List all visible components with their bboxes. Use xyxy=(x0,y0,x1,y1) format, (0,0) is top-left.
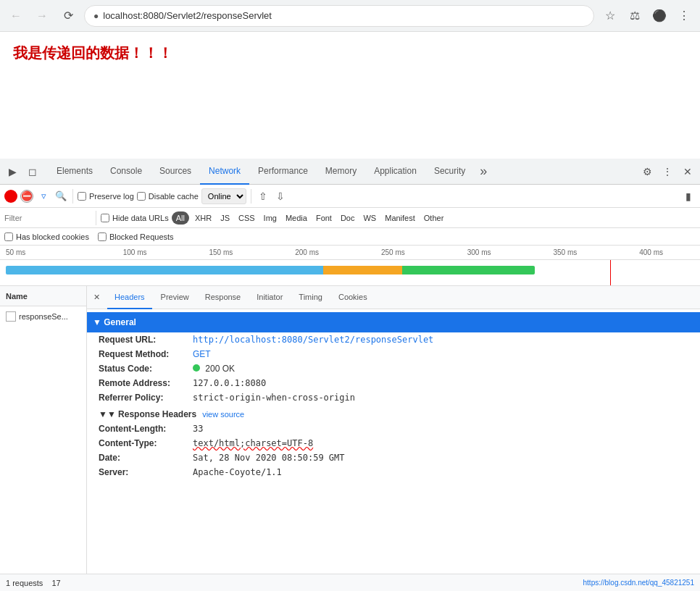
close-detail-button[interactable]: ✕ xyxy=(90,291,103,304)
filter-css[interactable]: CSS xyxy=(236,211,258,225)
status-code-label: Status Code: xyxy=(99,364,193,374)
waterfall-area xyxy=(0,260,700,286)
preserve-log-label[interactable]: Preserve log xyxy=(78,192,134,201)
request-url-value: http://localhost:8080/Servlet2/responseS… xyxy=(193,335,433,345)
export-button[interactable]: ⇩ xyxy=(273,189,288,204)
settings-button[interactable]: ⚙ xyxy=(638,162,657,181)
blocked-requests-checkbox[interactable] xyxy=(98,232,107,241)
tab-preview[interactable]: Preview xyxy=(154,286,196,309)
filter-bar: Hide data URLs All XHR JS CSS Img Media … xyxy=(0,208,700,228)
status-dot xyxy=(193,364,200,372)
tab-console[interactable]: Console xyxy=(101,159,151,185)
throttle-select[interactable]: Online xyxy=(201,188,246,204)
element-picker-button[interactable]: ▶ xyxy=(3,162,22,181)
address-bar[interactable]: ● localhost:8080/Servlet2/responseServle… xyxy=(84,5,594,27)
blocked-requests-label[interactable]: Blocked Requests xyxy=(98,232,174,241)
transfer-size: 17 xyxy=(51,579,60,587)
toolbar-icons: ☆ ⚖ ⚫ ⋮ xyxy=(600,6,694,26)
forward-button[interactable]: → xyxy=(32,6,52,26)
filter-js[interactable]: JS xyxy=(217,211,233,225)
device-toolbar-button[interactable]: ◻ xyxy=(23,162,42,181)
request-url-row: Request URL: http://localhost:8080/Servl… xyxy=(87,332,700,347)
tab-response[interactable]: Response xyxy=(198,286,249,309)
page-content: 我是传递回的数据！！！ xyxy=(0,32,700,159)
file-name: responseSe... xyxy=(19,312,68,321)
reload-button[interactable]: ⟳ xyxy=(58,6,78,26)
filter-all-button[interactable]: All xyxy=(172,211,189,225)
profile-button[interactable]: ⚫ xyxy=(649,6,670,26)
tab-sources[interactable]: Sources xyxy=(151,159,200,185)
file-list-panel: Name responseSe... xyxy=(0,286,87,574)
status-code-row: Status Code: 200 OK xyxy=(87,361,700,376)
disable-cache-label[interactable]: Disable cache xyxy=(137,192,199,201)
date-value: Sat, 28 Nov 2020 08:50:59 GMT xyxy=(193,453,345,463)
tab-initiator[interactable]: Initiator xyxy=(249,286,290,309)
blocked-cookies-checkbox[interactable] xyxy=(4,232,13,241)
details-content: ▼ General Request URL: http://localhost:… xyxy=(87,309,700,574)
file-list-item[interactable]: responseSe... xyxy=(0,306,86,327)
tab-memory[interactable]: Memory xyxy=(317,159,365,185)
hide-data-urls-checkbox[interactable] xyxy=(101,214,109,222)
tab-timing[interactable]: Timing xyxy=(291,286,330,309)
request-url-label: Request URL: xyxy=(99,335,193,345)
tab-security[interactable]: Security xyxy=(425,159,474,185)
referrer-policy-row: Referrer Policy: strict-origin-when-cros… xyxy=(87,390,700,405)
extensions-button[interactable]: ⚖ xyxy=(625,6,645,26)
remote-address-value: 127.0.0.1:8080 xyxy=(193,378,266,388)
blocked-cookies-label[interactable]: Has blocked cookies xyxy=(4,232,89,241)
general-title: General xyxy=(104,317,136,327)
devtools: ▶ ◻ Elements Console Sources Network Per… xyxy=(0,159,700,591)
tab-elements[interactable]: Elements xyxy=(48,159,101,185)
tab-performance[interactable]: Performance xyxy=(249,159,317,185)
devtools-topbar: ▶ ◻ Elements Console Sources Network Per… xyxy=(0,159,700,185)
filter-font[interactable]: Font xyxy=(313,211,335,225)
file-list-header: Name xyxy=(0,286,86,306)
watermark-link: https://blog.csdn.net/qq_45821251 xyxy=(583,579,694,587)
tab-headers[interactable]: Headers xyxy=(107,286,152,309)
devtools-tabs: Elements Console Sources Network Perform… xyxy=(48,159,638,185)
stop-button[interactable]: ⛔ xyxy=(20,190,33,203)
server-row: Server: Apache-Coyote/1.1 xyxy=(87,465,700,479)
search-icon[interactable]: 🔍 xyxy=(54,189,68,204)
lock-icon: ● xyxy=(93,11,99,21)
waterfall-marker xyxy=(610,260,611,286)
server-label: Server: xyxy=(99,467,193,477)
url-text: localhost:8080/Servlet2/responseServlet xyxy=(103,10,272,21)
disable-cache-checkbox[interactable] xyxy=(137,192,146,201)
details-tabs: ✕ Headers Preview Response Initiator Tim… xyxy=(87,286,700,309)
blocked-icon[interactable]: ▮ xyxy=(681,189,696,204)
request-method-label: Request Method: xyxy=(99,349,193,359)
more-options-button[interactable]: ⋮ xyxy=(658,162,677,181)
content-type-row: Content-Type: text/html;charset=UTF-8 xyxy=(87,436,700,450)
referrer-policy-value: strict-origin-when-cross-origin xyxy=(193,393,355,403)
view-source-link[interactable]: view source xyxy=(202,410,244,419)
tab-application[interactable]: Application xyxy=(365,159,425,185)
filter-input[interactable] xyxy=(4,211,91,225)
menu-button[interactable]: ⋮ xyxy=(674,6,694,26)
tab-cookies[interactable]: Cookies xyxy=(331,286,375,309)
checkbox-row: Has blocked cookies Blocked Requests xyxy=(0,228,700,246)
general-section-header[interactable]: ▼ General xyxy=(87,312,700,332)
preserve-log-checkbox[interactable] xyxy=(78,192,86,201)
filter-xhr[interactable]: XHR xyxy=(192,211,214,225)
tab-network[interactable]: Network xyxy=(200,159,249,185)
hide-data-urls-label[interactable]: Hide data URLs xyxy=(101,214,169,222)
devtools-statusbar: 1 requests 17 https://blog.csdn.net/qq_4… xyxy=(0,574,700,591)
filter-other[interactable]: Other xyxy=(421,211,447,225)
file-icon xyxy=(6,311,16,322)
response-headers-section: ▼ ▼ Response Headers view source xyxy=(87,405,700,422)
filter-manifest[interactable]: Manifest xyxy=(382,211,418,225)
devtools-right-icons: ⚙ ⋮ ✕ xyxy=(638,162,697,181)
filter-ws[interactable]: WS xyxy=(360,211,379,225)
filter-icon[interactable]: ▿ xyxy=(36,189,51,204)
more-tabs-button[interactable]: » xyxy=(474,159,493,185)
filter-doc[interactable]: Doc xyxy=(338,211,358,225)
record-button[interactable] xyxy=(4,190,17,203)
bookmark-button[interactable]: ☆ xyxy=(600,6,620,26)
content-type-value: text/html;charset=UTF-8 xyxy=(193,438,313,448)
close-devtools-button[interactable]: ✕ xyxy=(678,162,697,181)
back-button[interactable]: ← xyxy=(6,6,26,26)
filter-media[interactable]: Media xyxy=(283,211,310,225)
import-button[interactable]: ⇧ xyxy=(256,189,270,204)
filter-img[interactable]: Img xyxy=(261,211,280,225)
